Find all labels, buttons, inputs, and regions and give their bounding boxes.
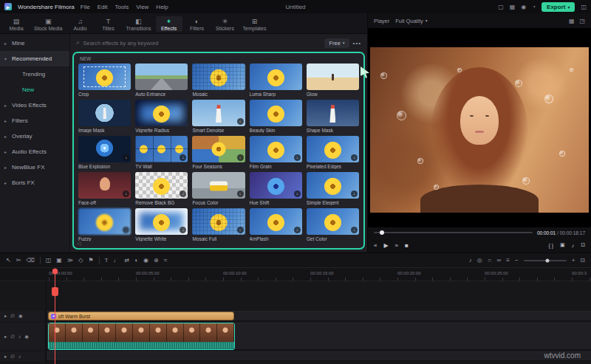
speed-icon[interactable]: ≫ [67, 257, 73, 264]
effect-item-glow[interactable]: Glow [307, 63, 359, 97]
layout-icon[interactable]: ▦ [510, 4, 516, 10]
delete-icon[interactable]: ⌫ [26, 257, 34, 264]
mute-icon[interactable]: ♪ [18, 334, 21, 339]
screen-recorder-icon[interactable]: ▢ [498, 4, 504, 10]
transition-icon[interactable]: ⇄ [124, 257, 129, 264]
effect-item-face-off[interactable]: ↓Face-off [78, 172, 131, 205]
text-tool-icon[interactable]: T [105, 257, 109, 264]
menu-view[interactable]: View [136, 4, 148, 10]
split-icon[interactable]: ◫ [46, 257, 52, 264]
zoom-knob[interactable] [545, 258, 549, 262]
sidebar-item-boris-fx[interactable]: ▸Boris FX [0, 175, 69, 190]
fullscreen-icon[interactable]: ⊡ [581, 242, 585, 248]
tab-audio[interactable]: ♫Audio [67, 16, 94, 32]
zoom-in-icon[interactable]: + [572, 257, 575, 264]
user-account-icon[interactable]: ◉ [521, 4, 526, 10]
effect-item-beauty-skin[interactable]: Beauty Skin [250, 100, 302, 133]
pointer-tool-icon[interactable]: ↖ [6, 257, 11, 264]
next-frame-button[interactable]: » [395, 242, 398, 249]
effect-item-vignette-white[interactable]: ↓Vignette White [135, 208, 188, 241]
collapse-panel-icon[interactable]: ◁ [77, 241, 81, 247]
tab-stock-media[interactable]: ▣Stock Media [31, 16, 66, 32]
previous-frame-button[interactable]: « [374, 242, 377, 249]
panel-toggle-icon[interactable]: ◫ [581, 4, 587, 10]
track-options-icon[interactable]: ▸ [4, 354, 7, 360]
effect-item-film-grain[interactable]: ↓Film Grain [250, 136, 302, 169]
effect-item-smart-denoise[interactable]: ↓Smart Denoise [192, 100, 245, 133]
eye-icon[interactable]: ◉ [18, 313, 23, 319]
effect-item-focus-color[interactable]: ↓Focus Color [192, 172, 245, 205]
track-options-icon[interactable]: ▸ [4, 334, 7, 340]
effect-item-mosaic-full[interactable]: ↓Mosaic Full [192, 208, 245, 241]
snapshot-tool-icon[interactable]: ◉ [143, 257, 148, 264]
effect-item-fuzzy[interactable]: ↓Fuzzy [78, 208, 131, 241]
chroma-key-icon[interactable]: ◐ [134, 257, 138, 264]
tab-filters[interactable]: ◐Filters [184, 16, 211, 32]
track-options-icon[interactable]: ▸ [4, 313, 7, 319]
sidebar-item-video-effects[interactable]: ▸Video Effects [0, 97, 69, 113]
voiceover-icon[interactable]: ♩ [113, 257, 119, 264]
effect-item-amplash[interactable]: ↓AmPlash [250, 208, 302, 241]
timeline-ruler[interactable]: 00:00:00:0000:00:05:0000:00:10:0000:00:1… [0, 268, 591, 281]
menu-help[interactable]: Help [156, 4, 168, 10]
mixer-icon[interactable]: ♪ [469, 257, 472, 264]
tab-transitions[interactable]: ◧Transitions [123, 16, 154, 32]
effect-item-four-seasons[interactable]: ↓Four Seasons [192, 136, 245, 169]
record-icon[interactable]: ◎ [477, 257, 482, 264]
magnet-icon[interactable]: ∩ [488, 257, 492, 264]
effect-item-tv-wall[interactable]: ↓TV Wall [135, 136, 188, 169]
effect-item-hue-shift[interactable]: ↓Hue Shift [250, 172, 302, 205]
mark-in-out-icon[interactable]: { } [548, 243, 553, 248]
video-clip[interactable] [48, 323, 235, 350]
zoom-slider[interactable] [524, 260, 567, 261]
sidebar-item-filters[interactable]: ▸Filters [0, 113, 69, 128]
stabilize-icon[interactable]: ≈ [164, 257, 167, 264]
effect-item-pixelated-edges[interactable]: ↓Pixelated Edges [307, 136, 359, 169]
snapshot-icon[interactable]: ▣ [560, 242, 565, 248]
price-filter-dropdown[interactable]: Free ▾ [324, 38, 349, 48]
stop-button[interactable]: ■ [405, 242, 409, 249]
effect-item-auto-enhance[interactable]: Auto Enhance [135, 63, 188, 97]
menu-file[interactable]: File [81, 4, 90, 10]
manage-tracks-icon[interactable]: ≡ [506, 257, 510, 264]
sidebar-item-overlay[interactable]: ▸Overlay [0, 128, 69, 144]
lock-icon[interactable]: ∅ [10, 354, 15, 360]
zoom-out-icon[interactable]: − [515, 257, 519, 264]
playhead-head[interactable] [52, 269, 58, 274]
sidebar-item-trending[interactable]: Trending [0, 66, 69, 82]
effect-item-get-color[interactable]: ↓Get Color [307, 208, 359, 241]
audio-track-header[interactable]: ▸∅♪ [0, 351, 46, 361]
crop-icon[interactable]: ▣ [56, 257, 62, 264]
effect-item-luma-sharp[interactable]: Luma Sharp [250, 63, 302, 97]
playhead-line[interactable] [55, 268, 55, 364]
fit-timeline-icon[interactable]: ⊡ [580, 257, 585, 264]
tab-effects[interactable]: ✦Effects [156, 16, 182, 32]
audio-track-lane[interactable] [46, 351, 591, 361]
seek-bar[interactable] [374, 232, 533, 233]
quality-dropdown[interactable]: Full Quality ▾ [395, 18, 427, 24]
tab-titles[interactable]: TTitles [95, 16, 122, 32]
menu-tools[interactable]: Tools [115, 4, 129, 10]
effect-item-remove-black-bg[interactable]: ↓Remove Black BG [135, 172, 188, 205]
effect-item-crop[interactable]: Crop [78, 63, 131, 97]
notification-icon[interactable]: ◔ [532, 4, 536, 10]
keyframe-icon[interactable]: ◇ [78, 257, 83, 264]
lock-icon[interactable]: ∅ [10, 313, 15, 319]
tab-templates[interactable]: ⊞Templates [240, 16, 270, 32]
effect-item-vignette-radius[interactable]: Vignette Radius [135, 100, 188, 133]
sidebar-item-newblue-fx[interactable]: ▸NewBlue FX [0, 159, 69, 175]
eye-icon[interactable]: ◉ [24, 334, 29, 340]
volume-icon[interactable]: ♪ [572, 243, 575, 248]
marker-icon[interactable]: ⚑ [88, 257, 93, 264]
sidebar-item-recommended[interactable]: ▾Recommended [0, 51, 69, 66]
razor-tool-icon[interactable]: ✂ [16, 257, 21, 264]
search-input[interactable] [83, 40, 321, 47]
sidebar-item-audio-effects[interactable]: ▸Audio Effects [0, 144, 69, 159]
mute-icon[interactable]: ♪ [18, 354, 21, 359]
detach-window-icon[interactable]: ◳ [579, 18, 585, 24]
effect-item-image-mask[interactable]: Image Mask [78, 100, 131, 133]
link-icon[interactable]: ∞ [497, 257, 502, 264]
grid-view-icon[interactable]: ▦ [569, 18, 575, 24]
tab-stickers[interactable]: ✳Stickers [212, 16, 239, 32]
effect-item-simple-elegent[interactable]: ↓Simple Elegent [307, 172, 359, 205]
